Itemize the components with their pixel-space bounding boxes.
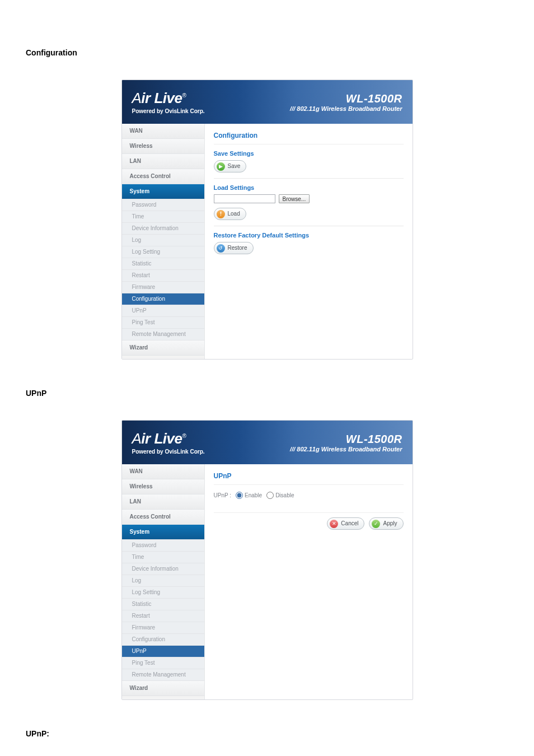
sidebar-sub-configuration[interactable]: Configuration [122,293,204,305]
model-name: WL-1500R [290,92,402,105]
save-button[interactable]: ▶ Save [214,160,247,172]
sidebar-item-access-control[interactable]: Access Control [122,169,204,184]
save-settings-title: Save Settings [214,150,404,157]
play-icon: ▶ [217,162,225,171]
sidebar-sub-remote-mgmt[interactable]: Remote Management [122,329,204,340]
router-header: Air Live® Powered by OvisLink Corp. WL-1… [122,421,413,464]
content-area: UPnP UPnP : Enable Disable [205,464,413,699]
cancel-button[interactable]: ✕ Cancel [327,517,364,530]
apply-button[interactable]: ✓ Apply [369,517,403,530]
sidebar-item-wireless[interactable]: Wireless [122,139,204,154]
browse-button-label: Browse... [283,196,306,202]
restore-button-label: Restore [228,245,247,251]
sidebar-item-access-control[interactable]: Access Control [122,510,204,525]
doc-heading-upnp-colon: UPnP: [26,729,508,738]
content-area: Configuration Save Settings ▶ Save Load … [205,124,413,359]
page-title: UPnP [214,470,404,485]
router-header: Air Live® Powered by OvisLink Corp. WL-1… [122,80,413,124]
upnp-form-row: UPnP : Enable Disable [214,492,404,499]
sidebar-item-system[interactable]: System [122,525,204,540]
sidebar-item-wizard[interactable]: Wizard [122,340,204,356]
upnp-disable-radio[interactable] [266,492,274,499]
upnp-label: UPnP : [214,492,232,498]
screenshot-upnp: Air Live® Powered by OvisLink Corp. WL-1… [121,420,413,700]
upload-icon: ⭱ [217,210,225,218]
brand-trademark: ® [182,433,186,439]
sidebar-sub-restart[interactable]: Restart [122,270,204,282]
divider [214,178,404,179]
sidebar-sub-ping-test[interactable]: Ping Test [122,317,204,329]
page-title: Configuration [214,129,404,144]
load-button-label: Load [228,211,240,217]
divider [214,226,404,226]
upnp-enable-option[interactable]: Enable [236,492,262,499]
sidebar: WAN Wireless LAN Access Control System P… [122,124,205,359]
upnp-enable-radio[interactable] [236,492,243,499]
sidebar: WAN Wireless LAN Access Control System P… [122,464,205,699]
brand-subtext: Powered by OvisLink Corp. [132,108,205,114]
brand-logo: Air Live® [132,430,186,447]
close-icon: ✕ [330,520,338,528]
sidebar-sub-firmware[interactable]: Firmware [122,282,204,293]
load-file-input[interactable] [214,194,275,203]
load-settings-title: Load Settings [214,184,404,191]
sidebar-sub-log[interactable]: Log [122,575,204,587]
sidebar-sub-time[interactable]: Time [122,211,204,223]
sidebar-item-wan[interactable]: WAN [122,464,204,479]
cancel-button-label: Cancel [341,521,358,526]
sidebar-sub-statistic[interactable]: Statistic [122,258,204,270]
sidebar-sub-upnp[interactable]: UPnP [122,305,204,317]
sidebar-sub-remote-mgmt[interactable]: Remote Management [122,669,204,681]
doc-heading-upnp: UPnP [26,389,508,398]
restore-title: Restore Factory Default Settings [214,232,404,239]
sidebar-sub-log[interactable]: Log [122,235,204,246]
upnp-disable-option[interactable]: Disable [266,492,294,499]
sidebar-sub-configuration[interactable]: Configuration [122,634,204,646]
sidebar-item-system[interactable]: System [122,184,204,199]
model-name: WL-1500R [290,433,402,446]
sidebar-sub-firmware[interactable]: Firmware [122,622,204,634]
sidebar-sub-statistic[interactable]: Statistic [122,599,204,610]
sidebar-sub-device-info[interactable]: Device Information [122,223,204,235]
sidebar-sub-time[interactable]: Time [122,552,204,563]
upnp-disable-label: Disable [275,492,294,498]
sidebar-item-lan[interactable]: LAN [122,154,204,169]
screenshot-configuration: Air Live® Powered by OvisLink Corp. WL-1… [121,80,413,360]
sidebar-sub-log-setting[interactable]: Log Setting [122,246,204,258]
sidebar-sub-restart[interactable]: Restart [122,610,204,622]
load-button[interactable]: ⭱ Load [214,208,246,220]
restore-button[interactable]: ↺ Restore [214,242,254,254]
sidebar-item-wireless[interactable]: Wireless [122,479,204,494]
model-subtext: /// 802.11g Wireless Broadband Router [290,446,402,452]
sidebar-sub-password[interactable]: Password [122,199,204,211]
check-icon: ✓ [372,520,380,528]
sidebar-sub-ping-test[interactable]: Ping Test [122,657,204,669]
brand-subtext: Powered by OvisLink Corp. [132,449,205,455]
sidebar-sub-log-setting[interactable]: Log Setting [122,587,204,599]
restore-icon: ↺ [217,244,225,253]
sidebar-sub-upnp[interactable]: UPnP [122,646,204,657]
sidebar-item-lan[interactable]: LAN [122,494,204,510]
browse-button[interactable]: Browse... [279,194,310,203]
sidebar-sub-device-info[interactable]: Device Information [122,563,204,575]
apply-button-label: Apply [383,521,397,526]
save-button-label: Save [228,164,241,169]
upnp-enable-label: Enable [245,492,262,498]
doc-heading-configuration: Configuration [26,48,508,57]
sidebar-item-wizard[interactable]: Wizard [122,681,204,696]
model-subtext: /// 802.11g Wireless Broadband Router [290,105,402,112]
sidebar-item-wan[interactable]: WAN [122,124,204,139]
brand-logo: Air Live® [132,90,186,107]
brand-trademark: ® [182,92,186,99]
sidebar-sub-password[interactable]: Password [122,540,204,552]
